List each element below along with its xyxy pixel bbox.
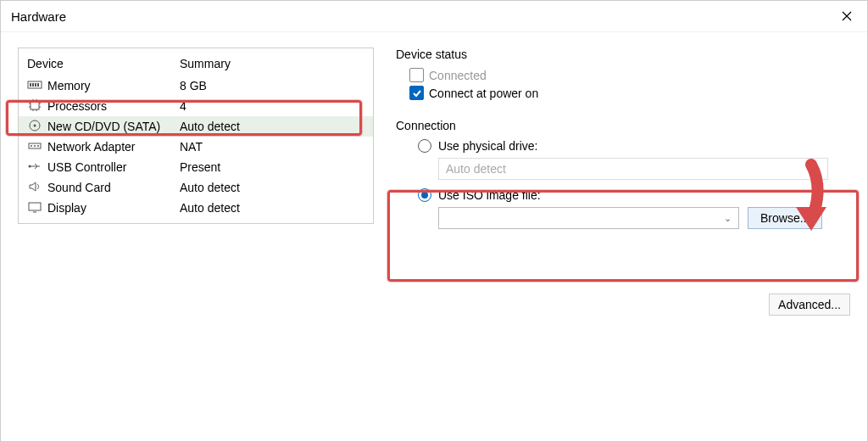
connected-checkbox[interactable] [409, 68, 424, 82]
connect-poweron-checkbox[interactable] [409, 86, 424, 100]
close-button[interactable] [837, 6, 857, 26]
window-title: Hardware [11, 9, 66, 24]
device-row-usb[interactable]: USB Controller Present [19, 157, 373, 177]
col-summary: Summary [180, 57, 231, 70]
device-list: Device Summary Memory 8 GB Processors 4 … [18, 48, 374, 224]
network-icon [27, 140, 42, 154]
check-icon [412, 88, 422, 98]
display-icon [27, 201, 42, 215]
close-icon [842, 11, 852, 21]
device-row-processors[interactable]: Processors 4 [19, 96, 373, 116]
svg-rect-5 [31, 101, 39, 109]
device-row-cdrom[interactable]: New CD/DVD (SATA) Auto detect [19, 116, 373, 137]
chevron-down-icon: ⌄ [813, 164, 821, 175]
settings-panel: Device status Connected Connect at power… [391, 48, 850, 229]
hardware-window: Hardware Device Summary Memory 8 GB Proc… [0, 0, 868, 442]
chevron-down-icon: ⌄ [724, 213, 732, 224]
device-row-memory[interactable]: Memory 8 GB [19, 76, 373, 96]
connection-label: Connection [396, 119, 850, 132]
svg-point-12 [29, 165, 31, 168]
iso-path-select[interactable]: ⌄ [438, 207, 739, 229]
svg-point-11 [37, 145, 39, 147]
svg-rect-4 [37, 83, 39, 87]
connected-checkbox-row[interactable]: Connected [409, 68, 850, 82]
browse-button[interactable]: Browse... [748, 207, 822, 229]
sound-icon [27, 181, 42, 194]
physical-drive-label: Use physical drive: [438, 139, 538, 153]
advanced-button[interactable]: Advanced... [769, 294, 850, 316]
svg-point-7 [34, 125, 36, 127]
device-row-sound[interactable]: Sound Card Auto detect [19, 177, 373, 198]
physical-drive-radio[interactable] [418, 139, 431, 153]
connect-poweron-row[interactable]: Connect at power on [409, 86, 850, 100]
cdrom-icon [27, 120, 42, 133]
cpu-icon [27, 99, 42, 113]
iso-label: Use ISO image file: [438, 188, 541, 202]
physical-drive-radio-row[interactable]: Use physical drive: [418, 139, 850, 153]
device-row-network[interactable]: Network Adapter NAT [19, 137, 373, 157]
connect-poweron-label: Connect at power on [429, 87, 538, 100]
svg-point-10 [34, 145, 36, 147]
titlebar: Hardware [1, 1, 867, 32]
device-list-header: Device Summary [19, 53, 373, 76]
svg-rect-2 [32, 83, 34, 87]
iso-radio-row[interactable]: Use ISO image file: [418, 188, 850, 202]
annotation-highlight-iso [387, 190, 859, 282]
device-row-display[interactable]: Display Auto detect [19, 198, 373, 218]
iso-radio[interactable] [418, 188, 431, 202]
content-area: Device Summary Memory 8 GB Processors 4 … [1, 32, 867, 441]
svg-rect-1 [30, 83, 31, 87]
col-device: Device [27, 57, 180, 70]
svg-point-9 [31, 145, 32, 147]
usb-icon [27, 160, 42, 174]
memory-icon [27, 79, 42, 92]
connected-label: Connected [429, 69, 487, 82]
svg-rect-3 [35, 83, 36, 87]
svg-rect-13 [29, 203, 41, 210]
device-status-label: Device status [396, 48, 850, 61]
physical-drive-select[interactable]: Auto detect ⌄ [438, 158, 828, 180]
